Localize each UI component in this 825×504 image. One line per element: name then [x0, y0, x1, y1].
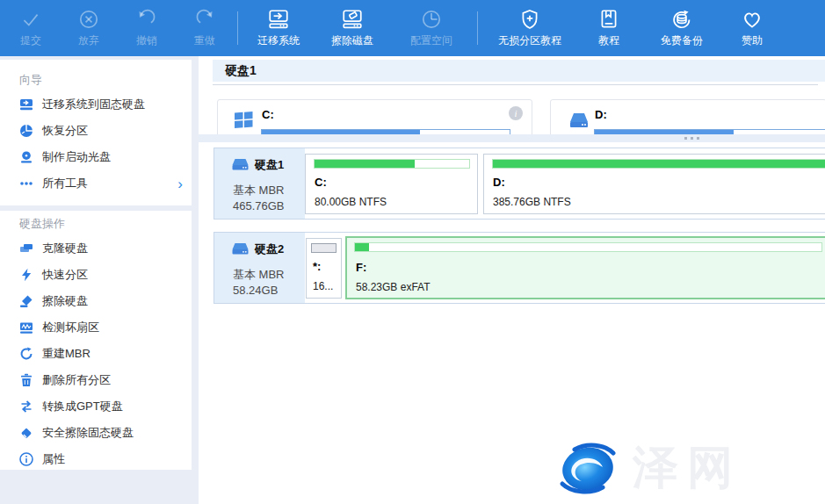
lossless-tutorial-button[interactable]: 无损分区教程	[481, 0, 578, 56]
sidebar-item-label: 快速分区	[42, 267, 88, 283]
sidebar-item-wipe-disk[interactable]: 擦除硬盘	[0, 288, 192, 314]
toolbar-label: 撤销	[136, 33, 157, 48]
sidebar-item-recover-partition[interactable]: 恢复分区	[0, 118, 192, 144]
info-circle-icon	[19, 452, 33, 466]
panel-splitter[interactable]	[199, 134, 825, 142]
trash-icon	[19, 373, 33, 387]
toolbar-separator	[477, 11, 478, 45]
divider	[213, 84, 818, 85]
heart-icon	[741, 8, 763, 31]
convert-arrows-icon	[19, 400, 33, 414]
toolbar-label: 免费备份	[661, 33, 703, 48]
sidebar-item-delete-all-partitions[interactable]: 删除所有分区	[0, 367, 192, 393]
migrate-ssd-icon	[19, 97, 33, 112]
partition-usage-fill	[315, 160, 415, 168]
partition-c[interactable]: C: 80.00GB NTFS	[305, 154, 478, 214]
tutorial-button[interactable]: 教程	[578, 0, 640, 56]
disk-icon	[230, 242, 250, 256]
main-area: 硬盘1 C: i D: 硬盘1	[199, 56, 825, 504]
backup-database-icon	[670, 8, 693, 31]
partition-usage-fill	[493, 160, 825, 168]
disk2-info-block[interactable]: 硬盘2 基本 MBR 58.24GB	[214, 233, 305, 303]
erase-disk-toolbar-button[interactable]: 擦除磁盘	[315, 0, 389, 56]
partition-letter: C:	[315, 176, 327, 189]
submit-button[interactable]: 提交	[2, 0, 60, 56]
pie-clock-icon	[420, 8, 443, 31]
sidebar-disk-operations-section: 硬盘操作 克隆硬盘 快速分区 擦除硬盘 检测坏扇区 重建MBR 删除所有分区	[0, 211, 192, 470]
partition-usage-fill	[355, 243, 369, 251]
volume-letter: D:	[595, 108, 607, 121]
partition-letter: *:	[313, 260, 321, 273]
sidebar-item-label: 制作启动光盘	[42, 149, 111, 165]
sidebar-item-secure-erase-ssd[interactable]: 安全擦除固态硬盘	[0, 420, 192, 446]
sidebar-item-migrate-os-to-ssd[interactable]: 迁移系统到固态硬盘	[0, 91, 192, 118]
sidebar-item-make-bootable-media[interactable]: 制作启动光盘	[0, 144, 192, 170]
chevron-right-icon: ›	[177, 176, 183, 191]
watermark: 泽网	[552, 437, 742, 499]
erase-disk-icon	[341, 8, 364, 31]
toolbar-label: 配置空间	[410, 33, 452, 48]
volume-letter: C:	[262, 108, 274, 121]
disk-size: 58.24GB	[233, 284, 278, 297]
toolbar-label: 擦除磁盘	[331, 33, 373, 48]
partition-detail: 58.23GB exFAT	[356, 281, 431, 293]
shield-plus-icon	[518, 8, 541, 31]
toolbar-label: 重做	[194, 33, 215, 48]
migrate-system-button[interactable]: 迁移系统	[242, 0, 315, 56]
sidebar-item-label: 所有工具	[42, 176, 88, 191]
partition-usage-bar	[354, 242, 822, 252]
sidebar-item-all-tools[interactable]: 所有工具 ›	[0, 170, 192, 197]
partition-unnamed[interactable]: *: 16...	[306, 238, 342, 299]
sidebar-item-label: 重建MBR	[42, 346, 90, 362]
discard-button[interactable]: 放弃	[60, 0, 118, 56]
sidebar-item-properties[interactable]: 属性	[0, 446, 192, 472]
sidebar-item-label: 删除所有分区	[42, 372, 111, 388]
ellipsis-icon	[19, 176, 33, 191]
sidebar-item-label: 安全擦除固态硬盘	[42, 425, 134, 441]
toolbar: 提交 放弃 撤销 重做 迁移系统 擦除磁盘 配置空间	[0, 0, 825, 56]
partition-letter: D:	[493, 176, 505, 189]
sidebar-item-check-bad-sectors[interactable]: 检测坏扇区	[0, 314, 192, 341]
partition-assistant-window: { "toolbar": { "items": [ {"label": "提交"…	[0, 0, 825, 504]
allocate-space-button[interactable]: 配置空间	[389, 0, 474, 56]
tab-label: 硬盘1	[225, 63, 257, 79]
partition-detail: 16...	[313, 280, 333, 292]
book-icon	[597, 8, 620, 31]
partition-usage-bar	[314, 159, 470, 169]
partition-letter: F:	[356, 261, 366, 274]
toolbar-label: 放弃	[78, 33, 99, 48]
toolbar-separator	[237, 11, 238, 45]
sidebar-item-convert-to-gpt[interactable]: 转换成GPT硬盘	[0, 393, 192, 420]
free-backup-button[interactable]: 免费备份	[640, 0, 724, 56]
redo-icon	[193, 8, 216, 31]
disk1-info-block[interactable]: 硬盘1 基本 MBR 465.76GB	[214, 148, 305, 219]
toolbar-label: 赞助	[742, 33, 763, 48]
sidebar-item-label: 检测坏扇区	[42, 320, 99, 335]
disk-name: 硬盘1	[255, 157, 284, 173]
info-icon[interactable]: i	[509, 106, 523, 120]
partition-d[interactable]: D: 385.76GB NTFS	[483, 154, 825, 214]
sidebar-item-label: 属性	[42, 451, 65, 467]
partition-detail: 385.76GB NTFS	[493, 196, 571, 208]
sidebar-item-quick-partition[interactable]: 快速分区	[0, 262, 192, 288]
partition-gray-bar	[311, 243, 337, 253]
sidebar-item-rebuild-mbr[interactable]: 重建MBR	[0, 341, 192, 367]
redo-button[interactable]: 重做	[176, 0, 234, 56]
sidebar-item-label: 转换成GPT硬盘	[42, 399, 123, 414]
partition-f-selected[interactable]: F: 58.23GB exFAT	[345, 236, 825, 299]
rebuild-refresh-icon	[19, 347, 33, 361]
undo-button[interactable]: 撤销	[118, 0, 176, 56]
disk-type: 基本 MBR	[233, 183, 285, 198]
tab-disk1[interactable]: 硬盘1	[213, 60, 825, 82]
sidebar-item-label: 恢复分区	[42, 123, 88, 139]
check-icon	[19, 8, 42, 31]
partition-detail: 80.00GB NTFS	[315, 196, 387, 208]
disk-size: 465.76GB	[233, 199, 285, 212]
sidebar-item-clone-disk[interactable]: 克隆硬盘	[0, 235, 192, 262]
watermark-text: 泽网	[633, 437, 742, 499]
sidebar-item-label: 迁移系统到固态硬盘	[42, 97, 145, 112]
sidebar-item-label: 克隆硬盘	[42, 241, 88, 256]
sidebar-section-header: 向导	[19, 72, 192, 88]
toolbar-label: 教程	[598, 33, 619, 48]
sponsor-button[interactable]: 赞助	[724, 0, 780, 56]
